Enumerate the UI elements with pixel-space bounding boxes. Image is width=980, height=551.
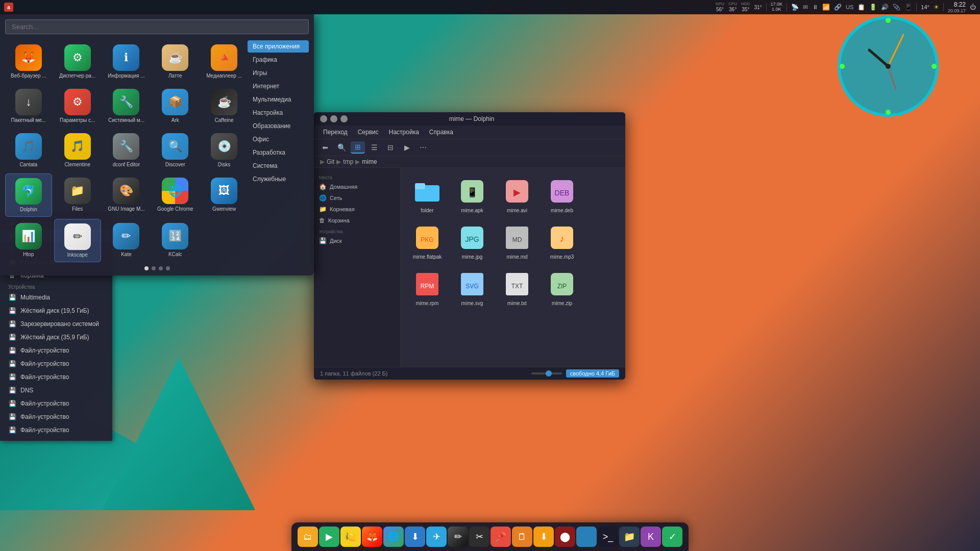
app-item-gwenview[interactable]: 🖼Gwenview: [201, 173, 248, 217]
panel-power-icon[interactable]: ⏻: [970, 4, 976, 11]
toolbar-back-btn[interactable]: ⬅: [318, 141, 332, 154]
tray-media-icon[interactable]: ⏸: [812, 4, 818, 11]
file-item-txt[interactable]: TXTmime.txt: [497, 267, 537, 309]
tray-weather-icon[interactable]: ☀: [934, 4, 939, 11]
dolphin-menu-Переход[interactable]: Переход: [318, 127, 353, 138]
sidebar-device-2[interactable]: 💾Зарезервировано системой: [0, 317, 112, 331]
panel-app-icon[interactable]: a: [4, 3, 13, 12]
toolbar-grid-btn[interactable]: ⊞: [351, 141, 365, 154]
taskbar-icon-telegram[interactable]: ✈: [426, 527, 447, 547]
app-item-firefox[interactable]: 🦊Веб-браузер ...: [5, 40, 52, 83]
category-system[interactable]: Система: [248, 160, 309, 172]
app-item-dispatcher[interactable]: ⚙Диспетчер ра...: [54, 40, 101, 83]
taskbar-icon-chrome[interactable]: 🌐: [383, 527, 404, 547]
page-dot-2[interactable]: [159, 266, 163, 270]
app-item-pkg[interactable]: ↓Пакетный ме...: [5, 85, 52, 127]
dolphin-menu-Настройка[interactable]: Настройка: [384, 127, 424, 138]
file-item-svg[interactable]: SVGmime.svg: [452, 267, 493, 309]
sidebar-home[interactable]: 🏠 Домашняя: [314, 181, 400, 192]
app-item-vlc[interactable]: 🔺Медиаплеер ...: [201, 40, 248, 83]
app-item-info[interactable]: ℹИнформация ...: [103, 40, 150, 83]
tray-network-icon[interactable]: 🔗: [834, 4, 842, 11]
page-dot-1[interactable]: [152, 266, 156, 270]
app-item-discover[interactable]: 🔍Discover: [152, 129, 199, 171]
sidebar-device-6[interactable]: 💾Файл-устройство: [0, 370, 112, 384]
taskbar-icon-terminal[interactable]: >_: [598, 527, 618, 547]
window-maximize-btn[interactable]: [330, 115, 337, 122]
file-item-folder[interactable]: folder: [407, 174, 448, 216]
category-dev[interactable]: Разработка: [248, 146, 309, 159]
category-education[interactable]: Образование: [248, 120, 309, 132]
sidebar-device-3[interactable]: 💾Жёсткий диск (35,9 ГиБ): [0, 331, 112, 344]
taskbar-icon-cantata[interactable]: 🍋: [340, 527, 361, 547]
window-close-btn[interactable]: [340, 115, 348, 122]
tray-clipboard-icon[interactable]: 📋: [857, 4, 865, 11]
app-item-params[interactable]: ⚙Параметры с...: [54, 85, 101, 127]
sidebar-device-10[interactable]: 💾Файл-устройство: [0, 423, 112, 437]
tray-mail-icon[interactable]: ✉: [803, 4, 808, 11]
category-all[interactable]: Все приложения: [248, 40, 309, 53]
taskbar-icon-inkscape[interactable]: ✏: [448, 527, 468, 547]
app-item-latte[interactable]: ☕Латте: [152, 40, 199, 83]
file-item-apk[interactable]: 📱mime.apk: [452, 174, 493, 216]
sidebar-network[interactable]: 🌐 Сеть: [314, 192, 400, 204]
dolphin-menu-Справка[interactable]: Справка: [424, 127, 458, 138]
window-minimize-btn[interactable]: [320, 115, 327, 122]
taskbar-icon-firefox[interactable]: 🦊: [362, 527, 382, 547]
app-item-files[interactable]: 📁Files: [54, 173, 101, 217]
file-item-jpg[interactable]: JPGmime.jpg: [452, 220, 493, 263]
app-item-sys[interactable]: 🔧Системный м...: [103, 85, 150, 127]
app-item-disks[interactable]: 💿Disks: [201, 129, 248, 171]
file-item-mp3[interactable]: ♪mime.mp3: [542, 220, 582, 263]
taskbar-icon-pin[interactable]: 📌: [491, 527, 511, 547]
app-item-kcalc[interactable]: 🔢KCalc: [152, 219, 199, 262]
app-item-htop[interactable]: 📊Htop: [5, 219, 52, 262]
sidebar-device-4[interactable]: 💾Файл-устройство: [0, 344, 112, 357]
taskbar-icon-fm[interactable]: 📁: [619, 527, 640, 547]
sidebar-device-0[interactable]: 💾Multimedia: [0, 291, 112, 304]
category-games[interactable]: Игры: [248, 67, 309, 79]
sidebar-device-9[interactable]: 💾Файл-устройство: [0, 410, 112, 423]
app-item-clementine[interactable]: 🎵Clementine: [54, 129, 101, 171]
tray-volume-icon[interactable]: 🔊: [881, 4, 889, 11]
file-item-deb[interactable]: DEBmime.deb: [542, 174, 582, 216]
sidebar-device-8[interactable]: 💾Файл-устройство: [0, 397, 112, 410]
category-graphics[interactable]: Графика: [248, 54, 309, 66]
category-internet[interactable]: Интернет: [248, 80, 309, 92]
category-utilities[interactable]: Служебные: [248, 173, 309, 185]
toolbar-search-btn[interactable]: 🔍: [334, 141, 349, 154]
page-dot-0[interactable]: [144, 266, 149, 270]
sidebar-device-1[interactable]: 💾Жёсткий диск (19,5 ГиБ): [0, 304, 112, 317]
sidebar-trash[interactable]: 🗑 Корзина: [314, 215, 400, 226]
taskbar-icon-todo[interactable]: ✓: [662, 527, 682, 547]
file-item-md[interactable]: MDmime.md: [497, 220, 537, 263]
taskbar-icon-play[interactable]: ▶: [319, 527, 339, 547]
page-dot-3[interactable]: [166, 266, 170, 270]
category-office[interactable]: Офис: [248, 133, 309, 145]
sidebar-root[interactable]: 📁 Корневая: [314, 204, 400, 215]
toolbar-split-btn[interactable]: ⊟: [383, 141, 398, 154]
taskbar-icon-openclipart[interactable]: ✂: [469, 527, 489, 547]
app-item-cantata[interactable]: 🎵Cantata: [5, 129, 52, 171]
tray-signal-icon[interactable]: 📶: [822, 4, 830, 11]
taskbar-icon-download[interactable]: ⬇: [533, 527, 554, 547]
time-display[interactable]: 8:22 20.09.17: [948, 1, 966, 13]
tray-rss-icon[interactable]: 📡: [791, 4, 799, 11]
sidebar-hdd[interactable]: 💾 Диск: [314, 235, 400, 246]
app-item-dolphin[interactable]: 🐬Dolphin: [5, 173, 52, 217]
taskbar-icon-dotnet[interactable]: ⬤: [555, 527, 575, 547]
toolbar-more-btn[interactable]: ⋯: [416, 141, 430, 154]
zoom-slider[interactable]: [531, 372, 562, 374]
breadcrumb-item-Git[interactable]: Git: [327, 158, 334, 165]
taskbar-icon-qbittorrent[interactable]: ⬇: [405, 527, 425, 547]
dolphin-menu-Сервис[interactable]: Сервис: [353, 127, 384, 138]
toolbar-compact-btn[interactable]: ☰: [367, 141, 381, 154]
app-item-ark[interactable]: 📦Ark: [152, 85, 199, 127]
app-item-gimp[interactable]: 🎨GNU Image M...: [103, 173, 150, 217]
breadcrumb-item-tmp[interactable]: tmp: [343, 158, 353, 165]
sidebar-device-7[interactable]: 💾DNS: [0, 384, 112, 397]
app-item-kate[interactable]: ✏Kate: [103, 219, 150, 262]
file-item-avi[interactable]: ▶mime.avi: [497, 174, 537, 216]
taskbar-icon-code[interactable]: [576, 527, 597, 547]
tray-locale-icon[interactable]: US: [846, 4, 853, 10]
